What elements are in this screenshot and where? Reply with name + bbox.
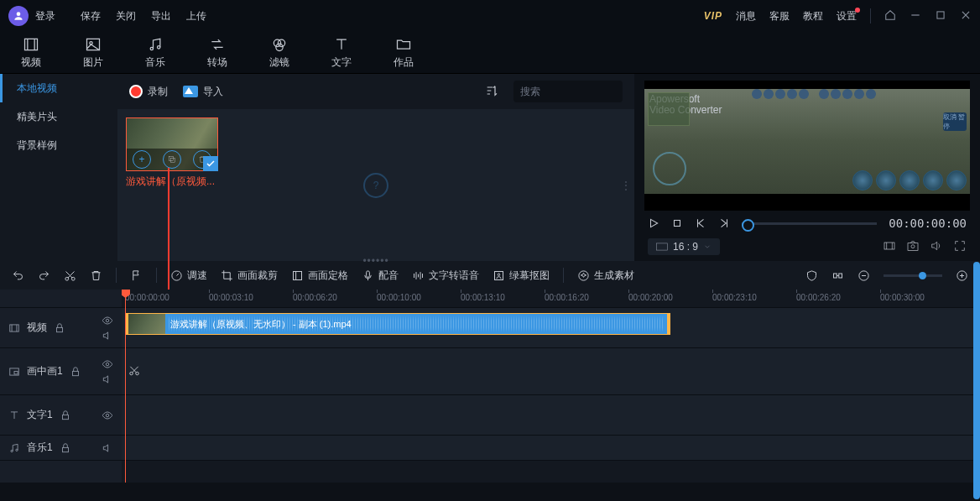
sort-icon[interactable]: [485, 84, 498, 100]
svg-rect-41: [62, 447, 68, 451]
import-button[interactable]: 导入: [183, 85, 223, 99]
fullscreen-icon[interactable]: [953, 239, 967, 255]
play-icon[interactable]: [648, 217, 659, 229]
time-ruler[interactable]: 00:00:00:00 00:00:03:10 00:00:06:20 00:0…: [122, 290, 980, 308]
eye-icon[interactable]: [102, 358, 113, 370]
track-headers: 视频 画中画1 文字1 音乐1: [0, 290, 122, 483]
snap-icon[interactable]: [831, 269, 844, 282]
lock-icon[interactable]: [60, 410, 71, 421]
aspect-ratio-select[interactable]: 16 : 9: [648, 238, 720, 255]
track-head-video[interactable]: 视频: [0, 308, 122, 348]
tab-filter[interactable]: 滤镜: [269, 36, 289, 70]
prev-frame-icon[interactable]: [695, 217, 706, 229]
dub-button[interactable]: 配音: [362, 269, 399, 283]
delete-icon[interactable]: [90, 269, 102, 282]
track-pip[interactable]: [122, 348, 980, 395]
tab-transition[interactable]: 转场: [207, 36, 227, 70]
ruler-tick: 00:00:00:00: [125, 293, 169, 302]
menu-close[interactable]: 关闭: [116, 9, 136, 23]
titlebar: 登录 保存 关闭 导出 上传 VIP 消息 客服 教程 设置: [0, 0, 980, 32]
eye-icon[interactable]: [102, 410, 113, 421]
track-head-pip[interactable]: 画中画1: [0, 348, 122, 395]
home-icon[interactable]: [884, 9, 896, 23]
search-box[interactable]: [513, 81, 623, 102]
tracks-area[interactable]: 00:00:00:00 00:00:03:10 00:00:06:20 00:0…: [122, 290, 980, 483]
sidebar-backgrounds[interactable]: 背景样例: [0, 131, 117, 159]
menu-support[interactable]: 客服: [769, 9, 790, 23]
menu-export[interactable]: 导出: [151, 9, 171, 23]
check-icon: [203, 156, 218, 171]
minimize-icon[interactable]: [910, 9, 921, 23]
panel-grip[interactable]: ••••••: [362, 255, 388, 267]
crop-button[interactable]: 画面裁剪: [221, 269, 278, 283]
login-button[interactable]: 登录: [35, 9, 55, 23]
menu-upload[interactable]: 上传: [186, 9, 206, 23]
freeze-button[interactable]: 画面定格: [291, 269, 348, 283]
marker-icon[interactable]: [130, 269, 143, 282]
sidebar-local-video[interactable]: 本地视频: [0, 74, 117, 102]
menu-save[interactable]: 保存: [81, 9, 101, 23]
tab-image[interactable]: 图片: [83, 36, 103, 70]
generate-button[interactable]: 生成素材: [577, 269, 634, 283]
vertical-scrollbar[interactable]: [973, 262, 980, 499]
playhead[interactable]: [125, 290, 126, 483]
ruler-tick: 00:00:10:00: [377, 293, 421, 302]
lock-icon[interactable]: [70, 366, 81, 378]
clip-icon[interactable]: [883, 239, 896, 255]
zoom-in-icon[interactable]: [956, 269, 968, 282]
cutout-button[interactable]: 绿幕抠图: [493, 269, 550, 283]
clip-thumbnail: [128, 314, 165, 334]
track-music[interactable]: [122, 436, 980, 461]
cut-icon[interactable]: [64, 269, 76, 282]
lock-icon[interactable]: [60, 442, 71, 454]
menu-tutorial[interactable]: 教程: [803, 9, 823, 23]
maximize-icon[interactable]: [935, 9, 946, 23]
game-minimap: [648, 92, 690, 126]
thumb-copy-icon[interactable]: [163, 150, 181, 169]
tab-projects[interactable]: 作品: [394, 36, 414, 70]
zoom-out-icon[interactable]: [858, 269, 870, 282]
menu-messages[interactable]: 消息: [736, 9, 756, 23]
tab-text[interactable]: 文字: [331, 36, 352, 70]
next-frame-icon[interactable]: [718, 217, 730, 229]
redo-icon[interactable]: [38, 269, 50, 282]
thumb-add-icon[interactable]: +: [133, 150, 151, 169]
speaker-icon[interactable]: [102, 373, 113, 385]
svg-rect-26: [834, 274, 837, 278]
media-thumbnail[interactable]: +: [126, 117, 218, 171]
stop-icon[interactable]: [671, 217, 683, 229]
svg-point-40: [16, 449, 18, 451]
speed-button[interactable]: 调速: [170, 269, 207, 283]
eye-icon[interactable]: [102, 315, 113, 326]
close-icon[interactable]: [960, 9, 972, 23]
track-video[interactable]: 游戏讲解（原视频、无水印） - 副本 (1).mp4: [122, 308, 980, 348]
lock-icon[interactable]: [54, 322, 65, 334]
tts-button[interactable]: 文字转语音: [412, 269, 479, 283]
app-logo: [8, 6, 29, 26]
speaker-icon[interactable]: [102, 330, 113, 342]
tab-video[interactable]: 视频: [21, 36, 41, 70]
sidebar-intros[interactable]: 精美片头: [0, 102, 117, 131]
track-text[interactable]: [122, 395, 980, 436]
snapshot-icon[interactable]: [906, 239, 920, 255]
panel-resize-handle[interactable]: ⋮: [621, 180, 631, 191]
volume-icon[interactable]: [930, 239, 943, 255]
zoom-slider[interactable]: [884, 274, 942, 277]
progress-slider[interactable]: [742, 222, 877, 225]
menu-settings[interactable]: 设置: [837, 9, 857, 23]
record-button[interactable]: 录制: [129, 85, 168, 99]
video-preview[interactable]: ApowersoftVideo Converter 取消 暂停: [644, 81, 970, 211]
undo-icon[interactable]: [12, 269, 24, 282]
tab-music[interactable]: 音乐: [145, 36, 165, 70]
search-input[interactable]: [520, 86, 646, 97]
safe-zone-icon[interactable]: [805, 269, 818, 282]
vip-badge[interactable]: VIP: [704, 10, 722, 22]
svg-rect-1: [937, 11, 944, 18]
svg-rect-35: [72, 371, 78, 375]
speaker-icon[interactable]: [102, 442, 113, 454]
import-icon: [183, 86, 198, 97]
track-head-music[interactable]: 音乐1: [0, 436, 122, 461]
scissor-icon[interactable]: [128, 364, 140, 378]
video-clip[interactable]: 游戏讲解（原视频、无水印） - 副本 (1).mp4: [125, 313, 670, 335]
track-head-text[interactable]: 文字1: [0, 395, 122, 436]
